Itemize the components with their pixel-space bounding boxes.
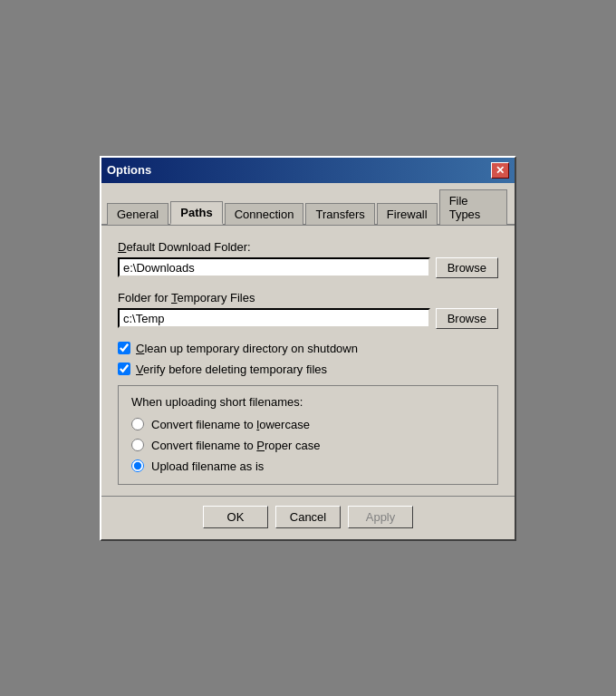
tab-paths[interactable]: Paths: [170, 201, 222, 225]
radio-asis: Upload filename as is: [131, 459, 485, 473]
browse-download-button[interactable]: Browse: [436, 257, 498, 278]
checkbox-verify: Verify before deleting temporary files: [118, 362, 498, 376]
radio-proper: Convert filename to Proper case: [131, 439, 485, 452]
radio-lowercase: Convert filename to lowercase: [131, 418, 485, 431]
temp-folder-row: Browse: [118, 308, 498, 329]
footer: OK Cancel Apply: [101, 496, 515, 539]
radio-lowercase-label[interactable]: Convert filename to lowercase: [151, 418, 310, 431]
options-dialog: Options ✕ General Paths Connection Trans…: [100, 156, 516, 541]
download-folder-row: Browse: [118, 257, 498, 278]
cleanup-checkbox[interactable]: [118, 342, 130, 354]
upload-filenames-group: When uploading short filenames: Convert …: [118, 385, 498, 485]
close-button[interactable]: ✕: [491, 162, 509, 179]
verify-label[interactable]: Verify before deleting temporary files: [136, 362, 327, 376]
download-folder-input[interactable]: [118, 257, 430, 277]
tab-firewall[interactable]: Firewall: [377, 203, 438, 225]
cleanup-label[interactable]: Clean up temporary directory on shutdown: [136, 342, 358, 355]
radio-asis-label[interactable]: Upload filename as is: [151, 459, 264, 473]
window-title: Options: [107, 163, 151, 177]
radio-proper-input[interactable]: [131, 439, 144, 451]
temp-folder-input[interactable]: [118, 308, 430, 328]
download-folder-label: Default Download Folder:: [118, 240, 498, 254]
cancel-button[interactable]: Cancel: [275, 506, 341, 528]
verify-checkbox[interactable]: [118, 362, 130, 375]
tabs-bar: General Paths Connection Transfers Firew…: [101, 183, 515, 226]
download-folder-group: Default Download Folder: Browse: [118, 240, 498, 278]
content-area: Default Download Folder: Browse Folder f…: [101, 226, 515, 496]
ok-button[interactable]: OK: [203, 506, 268, 528]
checkbox-cleanup: Clean up temporary directory on shutdown: [118, 342, 498, 355]
radio-asis-input[interactable]: [131, 459, 144, 472]
temp-folder-label: Folder for Temporary Files: [118, 291, 498, 304]
apply-button[interactable]: Apply: [348, 506, 413, 528]
titlebar: Options ✕: [101, 158, 515, 183]
radio-group-legend: When uploading short filenames:: [131, 395, 485, 409]
tab-connection[interactable]: Connection: [225, 203, 304, 225]
browse-temp-button[interactable]: Browse: [436, 308, 498, 329]
tab-transfers[interactable]: Transfers: [305, 203, 374, 225]
tab-general[interactable]: General: [107, 203, 168, 225]
radio-lowercase-input[interactable]: [131, 418, 144, 430]
temp-folder-group: Folder for Temporary Files Browse: [118, 291, 498, 329]
radio-proper-label[interactable]: Convert filename to Proper case: [151, 439, 320, 452]
tab-filetypes[interactable]: File Types: [439, 189, 507, 225]
